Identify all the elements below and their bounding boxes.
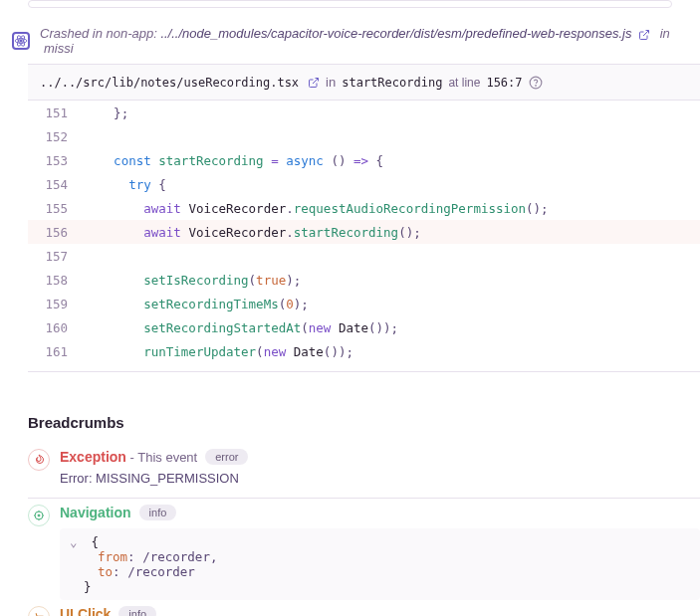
line-number: 157: [28, 249, 82, 264]
line-number: 151: [28, 105, 82, 120]
crashed-non-app-banner: Crashed in non-app: ../../node_modules/c…: [28, 18, 700, 65]
bc-title: UI Click: [60, 606, 111, 616]
collapsed-frame[interactable]: [28, 0, 672, 8]
svg-point-7: [38, 514, 40, 516]
source-code: 151 }; 152 153 const startRecording = as…: [28, 101, 700, 372]
line-number: 154: [28, 177, 82, 192]
frame-path: ../../src/lib/notes/useRecording.tsx: [40, 76, 299, 90]
chevron-down-icon[interactable]: ⌄: [70, 534, 84, 549]
breadcrumb-ui-click[interactable]: UI Click info: [28, 600, 700, 616]
level-badge: error: [205, 449, 248, 465]
highlighted-line: 156 await VoiceRecorder.startRecording()…: [28, 220, 700, 244]
flame-icon: [28, 449, 50, 471]
stack-frame-header[interactable]: ../../src/lib/notes/useRecording.tsx in …: [28, 65, 700, 101]
bc-title: Exception: [60, 449, 126, 465]
crashed-func: missi: [44, 41, 74, 56]
external-link-icon[interactable]: [638, 29, 650, 41]
breadcrumb-navigation[interactable]: Navigation info ⌄ { from: /recorder, to:…: [28, 499, 700, 600]
location-icon: [28, 505, 50, 526]
crashed-filepath: ../../node_modules/capacitor-voice-recor…: [160, 26, 631, 41]
crashed-prefix: Crashed in non-app:: [40, 26, 160, 41]
breadcrumb-exception[interactable]: Exception - This event error Error: MISS…: [28, 443, 700, 486]
help-icon[interactable]: [529, 76, 543, 90]
line-number: 156: [28, 225, 82, 240]
level-badge: info: [139, 505, 177, 520]
exception-message: Error: MISSING_PERMISSION: [60, 471, 700, 486]
bc-title: Navigation: [60, 505, 131, 520]
line-number: 161: [28, 344, 82, 359]
frame-function: startRecording: [342, 76, 442, 90]
navigation-payload: ⌄ { from: /recorder, to: /recorder }: [60, 528, 700, 600]
external-link-icon[interactable]: [308, 77, 320, 89]
frame-location: 156:7: [486, 76, 522, 90]
line-number: 153: [28, 153, 82, 168]
line-number: 155: [28, 201, 82, 216]
line-number: 159: [28, 297, 82, 311]
in-keyword: in: [326, 75, 336, 90]
bc-sub: This event: [137, 450, 197, 465]
line-number: 160: [28, 320, 82, 335]
svg-point-5: [535, 85, 536, 86]
click-icon: [28, 606, 50, 616]
react-icon: [12, 32, 30, 50]
svg-point-0: [20, 40, 22, 42]
breadcrumbs-heading: Breadcrumbs: [28, 414, 700, 431]
line-number: 158: [28, 273, 82, 288]
level-badge: info: [118, 606, 156, 616]
at-line-text: at line: [448, 76, 480, 90]
line-number: 152: [28, 129, 82, 144]
in-keyword: in: [660, 26, 670, 41]
